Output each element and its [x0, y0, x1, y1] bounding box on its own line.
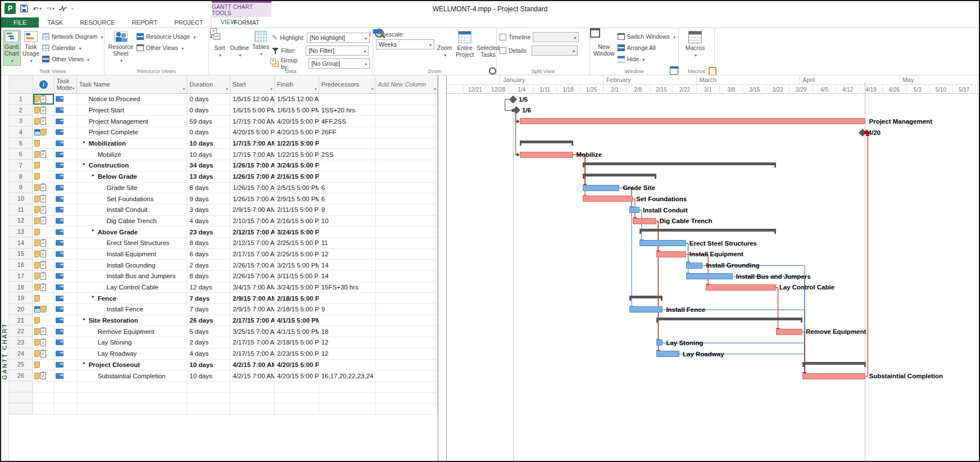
predecessors-cell[interactable]: 26FF	[319, 127, 376, 138]
add-new-cell[interactable]	[375, 160, 438, 171]
task-mode-cell[interactable]	[55, 94, 77, 105]
task-mode-cell[interactable]	[55, 315, 77, 326]
task-info-cell[interactable]	[33, 116, 55, 126]
row-number-cell[interactable]: 14	[9, 238, 33, 248]
gantt-bar[interactable]	[633, 218, 656, 224]
task-info-cell[interactable]	[33, 205, 55, 215]
collapse-triangle-icon[interactable]: ▾	[81, 362, 87, 367]
start-cell[interactable]: 1/7/15 7:00 AM	[230, 116, 275, 126]
header-task-name[interactable]: Task Name▾	[77, 75, 188, 93]
row-number-cell[interactable]: 18	[9, 282, 33, 293]
task-mode-cell[interactable]	[55, 260, 77, 270]
collapse-triangle-icon[interactable]: ▾	[90, 174, 96, 179]
tab-file[interactable]: FILE	[1, 17, 39, 28]
task-info-cell[interactable]	[33, 171, 55, 182]
finish-cell[interactable]: 3/24/15 5:00 PM	[275, 160, 319, 171]
task-name-cell[interactable]: Install Equipment	[77, 249, 188, 260]
add-new-cell[interactable]	[376, 282, 438, 293]
task-mode-cell[interactable]	[55, 127, 77, 138]
duration-cell[interactable]: 26 days	[187, 315, 230, 326]
gantt-bar[interactable]	[686, 273, 733, 279]
gantt-bar[interactable]	[629, 207, 639, 213]
add-new-cell[interactable]	[376, 304, 438, 315]
gantt-bar[interactable]	[656, 351, 679, 357]
filter-arrow-icon[interactable]: ▾	[371, 87, 373, 92]
summary-bar[interactable]	[583, 162, 775, 165]
predecessors-cell[interactable]	[319, 138, 376, 149]
start-cell[interactable]: 2/17/15 7:00 AM	[230, 337, 275, 348]
filter-arrow-icon[interactable]: ▾	[226, 87, 228, 92]
start-cell[interactable]: 2/17/15 7:00 AM	[230, 348, 275, 359]
empty-table-row[interactable]	[9, 393, 438, 404]
gantt-bar[interactable]	[583, 185, 619, 191]
redo-icon[interactable]: ▾	[46, 4, 55, 13]
summary-bar[interactable]	[639, 229, 776, 232]
task-name-cell[interactable]: Grade Site	[77, 183, 188, 193]
summary-bar[interactable]	[656, 318, 802, 320]
add-new-cell[interactable]	[375, 149, 438, 160]
add-new-cell[interactable]	[376, 183, 438, 193]
gantt-bar[interactable]	[656, 339, 663, 346]
task-name-cell[interactable]: Install Grounding	[77, 260, 188, 270]
task-info-cell[interactable]	[33, 337, 55, 348]
predecessors-cell[interactable]: 12	[319, 249, 376, 260]
task-mode-cell[interactable]	[55, 293, 77, 304]
finish-cell[interactable]: 4/20/15 5:00 PM	[275, 127, 319, 138]
task-mode-cell[interactable]	[55, 360, 77, 370]
predecessors-cell[interactable]: 9	[319, 205, 376, 215]
duration-cell[interactable]: 2 days	[187, 260, 230, 270]
add-new-cell[interactable]	[375, 138, 438, 149]
row-number-cell[interactable]: 7	[9, 160, 33, 171]
summary-bar[interactable]	[520, 141, 573, 143]
task-info-cell[interactable]	[33, 127, 55, 138]
task-name-cell[interactable]: Install Conduit	[77, 205, 188, 215]
task-mode-cell[interactable]	[55, 193, 77, 204]
predecessors-cell[interactable]	[319, 227, 376, 237]
start-cell[interactable]: 1/7/15 7:00 AM	[230, 149, 275, 160]
task-name-cell[interactable]: Erect Steel Structures	[77, 238, 188, 248]
finish-cell[interactable]: 4/1/15 5:00 PM	[275, 326, 319, 337]
add-new-cell[interactable]	[375, 293, 438, 304]
milestone-icon[interactable]	[509, 95, 517, 103]
finish-cell[interactable]: 3/11/15 5:00 PM	[275, 271, 319, 282]
timeline-header[interactable]: JanuaryFebruaryMarchAprilMay 12/2112/281…	[447, 75, 979, 94]
predecessors-cell[interactable]: 14	[319, 271, 376, 282]
start-cell[interactable]: 2/9/15 7:00 AM	[230, 293, 275, 304]
row-number-cell[interactable]: 15	[9, 249, 33, 260]
tab-format[interactable]: FORMAT	[225, 18, 268, 28]
task-info-cell[interactable]	[33, 260, 55, 270]
add-new-cell[interactable]	[376, 205, 438, 215]
header-start[interactable]: Start▾	[230, 75, 275, 93]
task-mode-cell[interactable]	[55, 370, 77, 381]
calendar-button[interactable]: Calendar	[42, 43, 103, 52]
duration-cell[interactable]: 59 days	[187, 116, 230, 126]
duration-cell[interactable]: 4 days	[187, 216, 230, 227]
task-info-cell[interactable]	[33, 370, 55, 381]
filter-dropdown[interactable]: [No Filter]	[306, 46, 369, 56]
duration-cell[interactable]: 2 days	[187, 337, 230, 348]
gantt-bar[interactable]	[629, 306, 663, 312]
add-new-cell[interactable]	[376, 193, 438, 204]
task-mode-cell[interactable]	[55, 149, 77, 160]
finish-cell[interactable]: 2/23/15 5:00 PM	[275, 348, 319, 359]
header-predecessors[interactable]: Predecessors▾	[319, 75, 376, 93]
start-cell[interactable]: 4/2/15 7:00 AM	[230, 360, 275, 370]
tab-task[interactable]: TASK	[39, 18, 71, 28]
task-name-cell[interactable]: Project Complete	[77, 127, 188, 138]
empty-table-row[interactable]	[9, 382, 438, 393]
duration-cell[interactable]: 10 days	[187, 370, 230, 381]
row-number-cell[interactable]: 11	[9, 205, 33, 215]
start-cell[interactable]: 1/26/15 7:00 AM	[230, 160, 275, 171]
add-new-cell[interactable]	[376, 249, 438, 260]
start-cell[interactable]: 4/2/15 7:00 AM	[230, 370, 275, 381]
task-mode-cell[interactable]	[55, 227, 77, 237]
gantt-bar[interactable]	[520, 118, 866, 124]
start-cell[interactable]: 2/9/15 7:00 AM	[230, 205, 275, 215]
resource-sheet-button[interactable]: Resource Sheet	[106, 30, 135, 66]
add-new-cell[interactable]	[375, 116, 438, 126]
task-mode-cell[interactable]	[55, 183, 77, 193]
tab-project[interactable]: PROJECT	[166, 18, 211, 28]
task-info-cell[interactable]	[33, 216, 55, 227]
start-cell[interactable]: 2/17/15 7:00 AM	[230, 315, 275, 326]
predecessors-cell[interactable]: 12	[319, 337, 376, 348]
